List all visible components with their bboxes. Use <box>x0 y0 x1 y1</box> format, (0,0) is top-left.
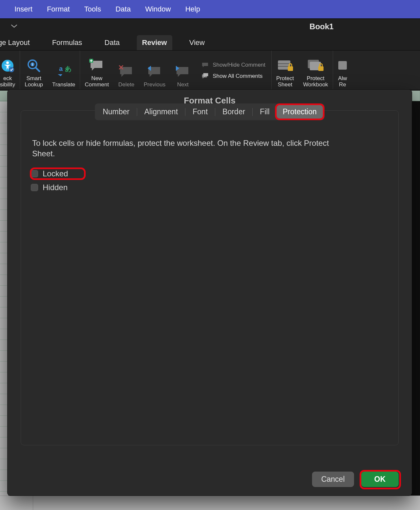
svg-text:a: a <box>59 65 63 72</box>
always-label: AlwRe <box>338 75 347 88</box>
svg-rect-13 <box>288 66 293 71</box>
delete-comment-label: Delete <box>118 81 134 88</box>
protect-workbook-icon <box>307 58 324 73</box>
document-title: Book1 <box>0 22 420 31</box>
window-titlebar: Book1 <box>0 18 420 34</box>
tab-font[interactable]: Font <box>186 105 214 119</box>
svg-point-2 <box>9 67 14 72</box>
ribbon-tab-view[interactable]: View <box>184 35 210 50</box>
ribbon: ecksibility i SmartLookup aあ Translate <box>0 51 420 91</box>
svg-rect-17 <box>338 61 347 70</box>
ribbon-tab-review[interactable]: Review <box>137 35 172 50</box>
always-icon <box>338 58 347 73</box>
delete-comment-button: Delete <box>114 51 139 91</box>
locked-checkbox-row[interactable]: Locked <box>31 168 388 179</box>
svg-rect-16 <box>318 66 324 71</box>
hidden-label: Hidden <box>43 183 68 192</box>
dialog-inner-panel: Number Alignment Font Border Fill Protec… <box>21 110 399 445</box>
protect-workbook-label: ProtectWorkbook <box>303 75 328 88</box>
always-button-partial[interactable]: AlwRe <box>333 51 347 91</box>
ok-button[interactable]: OK <box>361 472 399 487</box>
protect-workbook-button[interactable]: ProtectWorkbook <box>299 51 333 91</box>
dialog-tabstrip: Number Alignment Font Border Fill Protec… <box>31 103 388 120</box>
svg-text:i: i <box>32 63 33 66</box>
previous-comment-button: Previous <box>139 51 170 91</box>
show-all-comments-button[interactable]: Show All Comments <box>201 73 265 79</box>
tab-border[interactable]: Border <box>216 105 252 119</box>
cancel-button[interactable]: Cancel <box>312 472 354 487</box>
ribbon-tabs: ge Layout Formulas Data Review View <box>0 34 420 51</box>
translate-button[interactable]: aあ Translate <box>48 51 80 91</box>
locked-checkbox[interactable] <box>31 170 38 177</box>
hidden-checkbox[interactable] <box>31 184 38 191</box>
new-comment-button[interactable]: NewComment <box>80 51 114 91</box>
ribbon-tab-data[interactable]: Data <box>99 35 125 50</box>
accessibility-icon <box>1 58 14 73</box>
previous-comment-label: Previous <box>144 81 165 88</box>
ribbon-tab-page-layout-partial[interactable]: ge Layout <box>0 35 35 50</box>
tab-alignment[interactable]: Alignment <box>138 105 184 119</box>
macos-menubar: w Insert Format Tools Data Window Help <box>0 0 420 18</box>
tab-fill[interactable]: Fill <box>253 105 276 119</box>
new-comment-icon <box>89 58 105 73</box>
comment-visibility-stack: Show/Hide Comment Show All Comments <box>196 51 271 91</box>
check-accessibility-label: ecksibility <box>0 75 15 88</box>
smart-lookup-label: SmartLookup <box>25 75 43 88</box>
new-comment-label: NewComment <box>85 75 109 88</box>
tab-number[interactable]: Number <box>96 105 136 119</box>
menu-item-data[interactable]: Data <box>116 5 131 13</box>
protect-sheet-button[interactable]: ProtectSheet <box>272 51 299 91</box>
menu-item-help[interactable]: Help <box>185 5 200 13</box>
translate-icon: aあ <box>56 64 72 79</box>
next-comment-label: Next <box>177 81 189 88</box>
delete-comment-icon <box>118 64 135 79</box>
smart-lookup-button[interactable]: i SmartLookup <box>20 51 48 91</box>
svg-point-1 <box>6 61 9 64</box>
menu-item-insert[interactable]: Insert <box>14 5 32 13</box>
format-cells-dialog: Format Cells Number Alignment Font Borde… <box>7 89 412 496</box>
hidden-checkbox-row[interactable]: Hidden <box>31 182 388 193</box>
show-hide-comment-button: Show/Hide Comment <box>201 62 265 68</box>
dialog-footer: Cancel OK <box>8 466 412 496</box>
ribbon-tab-formulas[interactable]: Formulas <box>47 35 88 50</box>
protect-sheet-label: ProtectSheet <box>276 75 294 88</box>
menu-item-window[interactable]: Window <box>145 5 171 13</box>
protection-checkboxes: Locked Hidden <box>31 159 388 193</box>
smart-lookup-icon: i <box>26 58 41 73</box>
show-all-comments-icon <box>201 73 209 79</box>
translate-label: Translate <box>52 81 75 88</box>
locked-label: Locked <box>43 169 68 178</box>
show-hide-comment-icon <box>201 62 209 68</box>
protection-description: To lock cells or hide formulas, protect … <box>31 120 346 159</box>
next-comment-button: Next <box>170 51 196 91</box>
menu-item-tools[interactable]: Tools <box>84 5 101 13</box>
svg-line-4 <box>36 68 39 71</box>
tab-protection[interactable]: Protection <box>276 105 324 119</box>
menu-item-format[interactable]: Format <box>47 5 70 13</box>
protect-sheet-icon <box>277 58 294 73</box>
previous-comment-icon <box>146 64 163 79</box>
check-accessibility-button[interactable]: ecksibility <box>0 51 20 91</box>
next-comment-icon <box>175 64 191 79</box>
